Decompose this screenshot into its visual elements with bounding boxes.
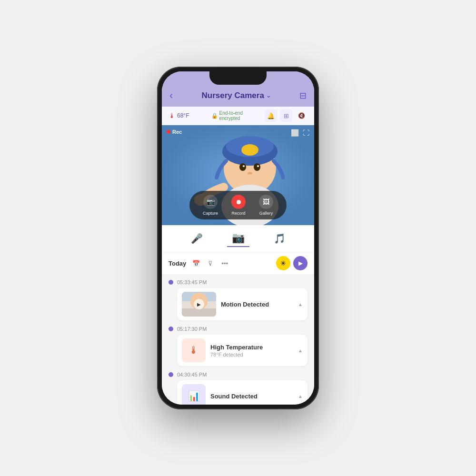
temp-event-info: High Temperature 78°F detected — [210, 344, 293, 357]
event-group-motion: 05:33:45 PM ▶ Motion Detected — [169, 279, 307, 320]
today-label: Today — [169, 260, 186, 267]
timeline-dot — [169, 280, 173, 285]
status-icons: 🔔 ⊞ 🔇 — [265, 109, 307, 122]
thermometer-icon: 🌡 — [169, 112, 175, 119]
motion-event-title: Motion Detected — [221, 301, 293, 308]
filter-bar: Today 📅 ⊽ ••• ✳ ▶ — [162, 252, 314, 275]
thermometer-event-icon: 🌡 — [188, 344, 199, 357]
svg-point-5 — [241, 144, 258, 156]
lock-icon: 🔒 — [211, 113, 218, 119]
expand-icon[interactable]: ▲ — [298, 302, 303, 307]
back-button[interactable]: ‹ — [169, 89, 173, 102]
chevron-down-icon: ⌄ — [266, 92, 271, 99]
sound-event-title: Sound Detected — [210, 393, 293, 400]
record-label: Record — [232, 211, 246, 216]
rec-dot — [167, 130, 170, 134]
tab-microphone[interactable]: 🎤 — [186, 231, 208, 246]
sound-event-card[interactable]: 📊 Sound Detected ▲ — [177, 380, 307, 405]
gallery-icon: 🖼 — [259, 195, 273, 209]
temperature-display: 🌡 68°F — [169, 112, 189, 119]
event-time-label: 05:33:45 PM — [177, 279, 207, 285]
temperature-event-card[interactable]: 🌡 High Temperature 78°F detected ▲ — [177, 335, 307, 366]
notch — [209, 71, 267, 85]
temp-event-subtitle: 78°F detected — [210, 352, 293, 357]
filter-button[interactable]: ⊽ — [204, 257, 217, 269]
event-time-label-3: 04:30:45 PM — [177, 372, 207, 377]
timeline-dot-3 — [169, 372, 173, 377]
sound-event-icon: 📊 — [182, 384, 206, 405]
event-time-label-2: 05:17:30 PM — [177, 326, 207, 332]
svg-point-6 — [239, 163, 246, 171]
event-time-sound: 04:30:45 PM — [169, 372, 307, 377]
window-mode-button[interactable]: ⬜ — [291, 129, 299, 137]
thumb-play-button[interactable]: ▶ — [194, 299, 204, 309]
event-time-motion: 05:33:45 PM — [169, 279, 307, 285]
tab-camera[interactable]: 📷 — [227, 230, 249, 247]
fullscreen-button[interactable]: ⛶ — [303, 129, 309, 137]
capture-button[interactable]: 📷 Capture — [196, 195, 225, 216]
capture-icon: 📷 — [203, 195, 218, 209]
sound-event-info: Sound Detected — [210, 393, 293, 400]
soundwave-icon: 📊 — [188, 390, 200, 402]
event-group-sound: 04:30:45 PM 📊 Sound Detected ▲ — [169, 372, 307, 405]
svg-point-9 — [257, 165, 259, 167]
motion-event-card[interactable]: ▶ Motion Detected ▲ — [177, 288, 307, 320]
expand-icon-2[interactable]: ▲ — [298, 348, 303, 353]
calendar-button[interactable]: 📅 — [190, 257, 202, 269]
camera-name-label: Nursery Camera — [201, 91, 264, 100]
temp-event-icon: 🌡 — [182, 338, 206, 362]
filter-right-controls: ✳ ▶ — [276, 256, 307, 270]
gallery-button[interactable]: 🖼 Gallery — [252, 195, 280, 216]
more-button[interactable]: ••• — [218, 257, 231, 269]
settings-button[interactable]: ⊟ — [299, 90, 307, 101]
gallery-label: Gallery — [259, 211, 273, 216]
svg-point-11 — [243, 174, 257, 186]
expand-icon-3[interactable]: ▲ — [298, 394, 303, 399]
record-icon: ⏺ — [231, 195, 246, 209]
capture-label: Capture — [203, 211, 218, 216]
video-overlay-buttons: 📷 Capture ⏺ Record 🖼 Gallery — [189, 191, 287, 219]
rec-indicator: Rec — [167, 129, 182, 135]
encrypted-badge: 🔒 End-to-endencrypted — [211, 110, 243, 121]
events-list: 05:33:45 PM ▶ Motion Detected — [162, 275, 314, 405]
svg-point-7 — [254, 163, 260, 171]
rec-label: Rec — [172, 129, 182, 135]
temp-event-title: High Temperature — [210, 344, 293, 351]
tab-music[interactable]: 🎵 — [269, 231, 290, 246]
event-group-temperature: 05:17:30 PM 🌡 High Temperature 78°F dete… — [169, 326, 307, 366]
video-top-controls: ⬜ ⛶ — [291, 129, 309, 137]
phone-screen: ‹ Nursery Camera ⌄ ⊟ 🌡 68°F 🔒 End-to-end… — [162, 71, 314, 405]
tab-bar: 🎤 📷 🎵 — [162, 225, 314, 252]
timeline-dot-2 — [169, 327, 173, 331]
camera-title[interactable]: Nursery Camera ⌄ — [201, 91, 270, 100]
phone-frame: ‹ Nursery Camera ⌄ ⊟ 🌡 68°F 🔒 End-to-end… — [157, 67, 319, 409]
motion-thumbnail: ▶ — [182, 292, 216, 317]
mute-button[interactable]: 🔇 — [295, 109, 307, 122]
svg-point-8 — [243, 165, 245, 167]
bell-button[interactable]: 🔔 — [265, 109, 277, 122]
encrypted-label: End-to-endencrypted — [219, 110, 243, 121]
motion-event-info: Motion Detected — [221, 301, 293, 308]
temperature-value: 68°F — [177, 112, 189, 119]
status-bar: 🌡 68°F 🔒 End-to-endencrypted 🔔 ⊞ 🔇 — [162, 107, 314, 125]
video-feed[interactable]: Rec ⬜ ⛶ 📷 Capture ⏺ Record 🖼 Gall — [162, 125, 314, 225]
event-time-temperature: 05:17:30 PM — [169, 326, 307, 332]
grid-button[interactable]: ⊞ — [280, 109, 292, 122]
brightness-button[interactable]: ✳ — [276, 256, 290, 270]
record-button[interactable]: ⏺ Record — [225, 195, 252, 216]
playback-button[interactable]: ▶ — [293, 256, 307, 270]
svg-rect-17 — [182, 308, 216, 317]
